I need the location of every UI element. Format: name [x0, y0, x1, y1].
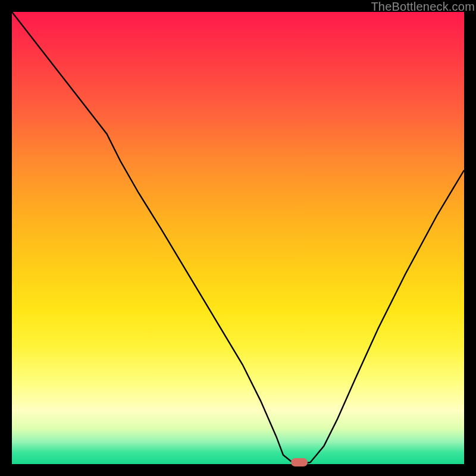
watermark-text: TheBottleneck.com	[371, 0, 475, 14]
bottleneck-curve	[12, 12, 464, 464]
chart-frame: TheBottleneck.com	[0, 0, 476, 476]
optimal-marker	[291, 458, 308, 466]
chart-plot-area	[12, 12, 464, 464]
